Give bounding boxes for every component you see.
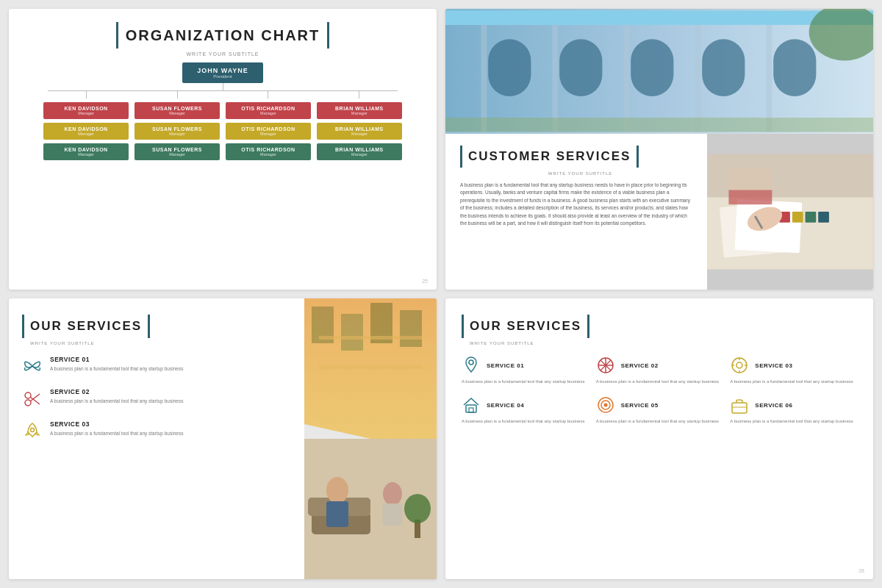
svg-rect-26 (729, 190, 772, 205)
org-card-role: Manager (137, 132, 217, 136)
service-grid-desc-5: A business plan is a fundamental tool th… (596, 418, 723, 425)
service-item-3: SERVICE 03 A business plan is a fundamen… (22, 420, 291, 441)
service-grid-item-2: SERVICE 02 A business plan is a fundamen… (596, 356, 723, 385)
org-card-role: Manager (229, 132, 308, 136)
org-card-role: Manager (229, 111, 308, 115)
org-title-bar-left (116, 22, 118, 49)
service-desc-2: A business plan is a fundamental tool th… (50, 398, 183, 405)
svg-rect-49 (383, 503, 402, 526)
service-grid-icon-row-3: SERVICE 03 (730, 356, 857, 375)
service-grid-desc-1: A business plan is a fundamental tool th… (462, 379, 589, 385)
customer-right-image (707, 134, 873, 290)
org-card-susan-3: SUSAN FLOWERS Manager (135, 143, 220, 160)
svg-point-59 (736, 362, 742, 368)
services-right-image (304, 298, 437, 579)
service-title-1: SERVICE 01 (50, 356, 183, 363)
org-card-role: Manager (320, 152, 399, 157)
org-column-3: OTIS RICHARDSON Manager OTIS RICHARDSON … (226, 91, 311, 160)
services-title-block-4: OUR SERVICES (462, 315, 857, 338)
org-card-name: OTIS RICHARDSON (229, 106, 308, 111)
svg-rect-8 (481, 25, 487, 132)
service-grid-icon-row-5: SERVICE 05 (596, 395, 723, 415)
org-col-connector-4 (359, 91, 359, 98)
services-title-4: OUR SERVICES (470, 319, 581, 334)
service-item-1: SERVICE 01 A business plan is a fundamen… (22, 356, 291, 376)
svg-rect-65 (469, 408, 473, 412)
org-card-role: Manager (46, 111, 126, 115)
org-col-connector-1 (86, 91, 87, 98)
svg-rect-4 (559, 39, 602, 96)
page-number-4: 28 (858, 568, 864, 573)
service-grid-icon-row-6: SERVICE 06 (730, 395, 857, 415)
service-grid-title-3: SERVICE 03 (755, 362, 792, 369)
svg-rect-7 (773, 39, 816, 96)
org-card-name: SUSAN FLOWERS (137, 126, 217, 132)
svg-rect-47 (326, 501, 348, 527)
org-card-brian-1: BRIAN WILLIAMS Manager (317, 102, 402, 119)
org-card-name: SUSAN FLOWERS (137, 106, 217, 111)
service-text-2: SERVICE 02 A business plan is a fundamen… (50, 388, 183, 405)
service-grid-desc-6: A business plan is a fundamental tool th… (730, 418, 857, 425)
service-grid-item-3: SERVICE 03 A business plan is a fundamen… (730, 356, 857, 385)
services-title-bar-right-4 (587, 315, 589, 338)
svg-rect-6 (702, 39, 745, 96)
svg-point-48 (383, 482, 402, 506)
service-icon-2 (22, 388, 43, 409)
org-card-role: Manager (46, 132, 126, 136)
org-card-name: KEN DAVIDSON (46, 147, 126, 152)
org-card-role: Manager (46, 152, 126, 157)
svg-rect-20 (792, 212, 803, 223)
org-top-node: JOHN WAYNE President (182, 62, 263, 83)
service-grid-title-1: SERVICE 01 (487, 362, 524, 369)
svg-rect-69 (732, 403, 747, 413)
org-card-name: BRIAN WILLIAMS (320, 106, 399, 111)
org-card-name: OTIS RICHARDSON (229, 126, 308, 132)
customer-top-image (445, 9, 873, 134)
service-grid-title-6: SERVICE 06 (755, 402, 792, 409)
org-columns: KEN DAVIDSON Manager KEN DAVIDSON Manage… (43, 91, 402, 160)
slide-org-chart: ORGANIZATION CHART WRITE YOUR SUBTITLE J… (9, 9, 437, 290)
page-number: 25 (422, 279, 428, 284)
svg-rect-10 (624, 25, 630, 132)
service-grid-item-6: SERVICE 06 A business plan is a fundamen… (730, 395, 857, 425)
org-card-name: KEN DAVIDSON (46, 126, 126, 132)
service-title-3: SERVICE 03 (50, 420, 183, 428)
service-grid-icon-row-1: SERVICE 01 (462, 356, 589, 375)
org-card-ken-2: KEN DAVIDSON Manager (43, 123, 129, 140)
service-grid-item-4: SERVICE 04 A business plan is a fundamen… (462, 395, 589, 425)
customer-title-bar-r (637, 146, 639, 168)
svg-point-27 (25, 392, 31, 398)
org-card-ken-1: KEN DAVIDSON Manager (43, 102, 129, 119)
org-top-role: President (197, 74, 248, 79)
service-grid-icon-2 (596, 356, 615, 375)
org-card-susan-2: SUSAN FLOWERS Manager (135, 123, 220, 140)
org-card-role: Manager (137, 152, 217, 157)
service-grid-desc-4: A business plan is a fundamental tool th… (462, 418, 589, 425)
customer-subtitle: WRITE YOUR SUBTITLE (468, 171, 692, 176)
org-col-connector-2 (177, 91, 178, 98)
org-column-2: SUSAN FLOWERS Manager SUSAN FLOWERS Mana… (135, 91, 220, 160)
org-card-otis-3: OTIS RICHARDSON Manager (226, 143, 311, 160)
org-tree: JOHN WAYNE President KEN DAVIDSON Manage… (24, 62, 422, 160)
service-grid-title-4: SERVICE 04 (487, 402, 524, 409)
service-grid-desc-3: A business plan is a fundamental tool th… (730, 379, 857, 385)
service-grid-item-1: SERVICE 01 A business plan is a fundamen… (462, 356, 589, 385)
services-left-content: OUR SERVICES WRITE YOUR SUBTITLE SERVICE… (9, 298, 304, 579)
customer-title-bar (460, 146, 462, 168)
service-desc-3: A business plan is a fundamental tool th… (50, 430, 183, 437)
org-card-role: Manager (320, 132, 399, 136)
org-card-role: Manager (137, 111, 217, 115)
customer-title: CUSTOMER SERVICES (468, 149, 631, 164)
org-top-name: JOHN WAYNE (197, 67, 248, 74)
svg-point-31 (31, 429, 35, 432)
org-card-role: Manager (229, 152, 308, 157)
service-grid-icon-1 (462, 356, 481, 375)
org-title-block: ORGANIZATION CHART (116, 22, 330, 49)
svg-point-68 (603, 404, 607, 407)
svg-point-46 (326, 477, 348, 503)
org-card-role: Manager (320, 111, 399, 115)
svg-point-51 (404, 494, 431, 523)
svg-rect-22 (818, 212, 829, 223)
org-title-bar-right (327, 22, 329, 49)
service-grid-icon-5 (596, 395, 615, 415)
